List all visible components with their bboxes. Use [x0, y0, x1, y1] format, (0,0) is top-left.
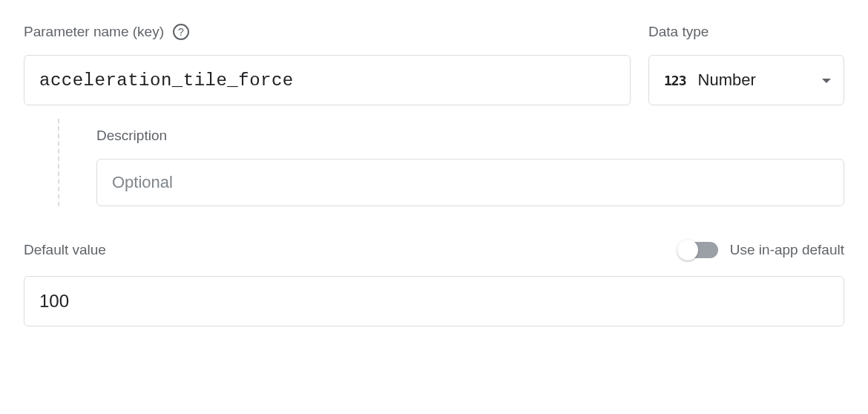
- dropdown-content: 123 Number: [664, 70, 756, 90]
- default-header: Default value Use in-app default: [24, 242, 844, 258]
- data-type-group: Data type 123 Number: [648, 24, 844, 105]
- default-value-section: Default value Use in-app default: [24, 242, 844, 326]
- indent-line: [58, 119, 96, 206]
- toggle-knob: [677, 240, 698, 260]
- description-section: Description: [24, 119, 844, 206]
- default-value-input[interactable]: [24, 276, 844, 326]
- description-label: Description: [96, 128, 844, 144]
- default-value-label: Default value: [24, 242, 106, 258]
- help-icon[interactable]: ?: [173, 24, 189, 40]
- chevron-down-icon: [821, 73, 832, 87]
- parameter-name-group: Parameter name (key) ?: [24, 24, 631, 105]
- data-type-label-text: Data type: [648, 24, 708, 40]
- data-type-selected: Number: [698, 70, 756, 90]
- in-app-default-toggle[interactable]: [680, 242, 718, 258]
- parameter-name-input[interactable]: [24, 55, 631, 105]
- parameter-name-label: Parameter name (key) ?: [24, 24, 631, 40]
- toggle-group: Use in-app default: [680, 242, 844, 258]
- toggle-label: Use in-app default: [730, 242, 844, 258]
- parameter-name-label-text: Parameter name (key): [24, 24, 164, 40]
- number-type-icon: 123: [664, 73, 686, 88]
- description-input[interactable]: [96, 159, 844, 206]
- data-type-label: Data type: [648, 24, 844, 40]
- description-group: Description: [96, 119, 844, 206]
- data-type-dropdown[interactable]: 123 Number: [648, 55, 844, 105]
